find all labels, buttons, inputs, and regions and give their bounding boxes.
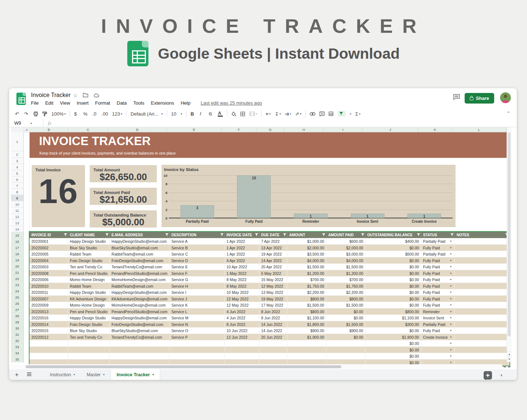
cell-description[interactable]: Service A <box>169 238 224 245</box>
cell-empty[interactable] <box>259 340 287 347</box>
row-header-19[interactable]: 19 <box>11 257 24 263</box>
menu-extensions[interactable]: Extensions <box>151 100 174 106</box>
name-box[interactable]: W9▾ <box>9 121 43 126</box>
cell-description[interactable]: Service N <box>169 321 224 328</box>
cell-client-name[interactable]: Blue Sky Studio <box>68 245 109 251</box>
row-header-9[interactable]: 9 <box>11 195 24 201</box>
total-invoice-card[interactable]: Total Invoice 16 <box>32 165 85 227</box>
cell-e-mail-address[interactable]: HappyDesignStudio@email.com <box>109 238 169 245</box>
row-header-7[interactable]: 7 <box>11 183 24 189</box>
cell-invoice-id[interactable]: 20220015 <box>30 327 68 334</box>
cell-invoice-id[interactable]: 20220003 <box>30 264 68 270</box>
cell-status[interactable]: Reminder▾ <box>421 308 454 315</box>
header-outstanding-balance[interactable]: OUTSTANDING BALANCE <box>365 232 421 238</box>
format-percent-button[interactable]: % <box>83 111 88 117</box>
status-dropdown-caret[interactable]: ▾ <box>450 246 453 249</box>
cell-empty[interactable]: ▾ <box>421 340 454 347</box>
cell-status[interactable]: Fully Paid▾ <box>421 276 454 283</box>
cell-invoice-id[interactable]: 20220012 <box>30 334 68 341</box>
row-header-20[interactable]: 20 <box>11 263 24 269</box>
header-invoice-id[interactable]: INVOICE ID <box>30 232 68 238</box>
star-icon[interactable]: ☆ <box>73 93 78 98</box>
cell-due-date[interactable]: 17 May 2022 <box>259 302 287 308</box>
cell-invoice-id[interactable]: 20220008 <box>30 270 68 277</box>
cell-client-name[interactable]: Pen and Pencil Studio <box>68 270 109 277</box>
scroll-right-arrow[interactable]: ▶ <box>508 365 511 368</box>
filter-button[interactable] <box>338 111 346 117</box>
cell-e-mail-address[interactable]: KKAdventureDesign@email.com <box>109 296 169 302</box>
tab-caret[interactable]: ▾ <box>103 373 105 376</box>
menu-format[interactable]: Format <box>95 100 110 106</box>
row-header-21[interactable]: 21 <box>11 269 24 276</box>
status-dropdown-caret[interactable]: ▾ <box>450 291 453 294</box>
cell-notes[interactable] <box>454 251 509 257</box>
italic-button[interactable]: I <box>199 111 205 117</box>
row-header-23[interactable]: 23 <box>11 282 24 288</box>
cell-status[interactable]: Fully Paid▾ <box>421 264 454 270</box>
cell-notes[interactable] <box>454 308 509 315</box>
filter-icon[interactable] <box>64 233 67 237</box>
cell-client-name[interactable]: Pen and Pencil Studio <box>68 308 109 315</box>
cell-amount[interactable]: $1,800.00 <box>287 321 326 328</box>
header-client-name[interactable]: CLIENT NAME <box>68 232 109 238</box>
cell-invoice-id[interactable]: 20220001 <box>30 238 68 245</box>
cell-invoice-date[interactable]: 1 Apr 2022 <box>224 238 259 245</box>
cell-invoice-date[interactable]: 12 May 2022 <box>224 302 259 308</box>
cell-empty[interactable]: $0.00 <box>365 347 421 353</box>
cell-e-mail-address[interactable]: BlueSkyStudio@email.com <box>109 327 169 334</box>
cell-empty[interactable]: ▾ <box>421 353 454 359</box>
status-dropdown-caret[interactable]: ▾ <box>450 284 453 288</box>
cell-invoice-date[interactable]: 10 May 2022 <box>224 289 259 296</box>
status-dropdown-caret[interactable]: ▾ <box>450 316 453 319</box>
cell-empty[interactable] <box>259 353 287 359</box>
fill-color-button[interactable] <box>231 112 236 116</box>
cell-amount-paid[interactable]: $1,500.00 <box>326 302 365 308</box>
status-dropdown-caret[interactable]: ▾ <box>450 335 453 339</box>
cell-empty[interactable] <box>454 340 509 347</box>
cell-due-date[interactable]: 14 Jun 2022 <box>259 321 287 328</box>
cell-amount[interactable]: $1,750.00 <box>287 283 326 289</box>
column-header-J[interactable]: J <box>363 127 418 132</box>
tab-caret[interactable]: ▾ <box>74 373 75 376</box>
cell-status[interactable]: Fully Paid▾ <box>421 327 454 334</box>
cell-notes[interactable] <box>454 257 509 264</box>
menu-help[interactable]: Help <box>181 100 190 106</box>
header-amount-paid[interactable]: AMOUNT PAID <box>326 232 365 238</box>
column-header-I[interactable]: I <box>323 127 363 132</box>
cell-client-name[interactable]: Foto Design Studio <box>68 321 109 328</box>
cell-empty[interactable] <box>169 347 224 353</box>
cell-empty[interactable] <box>287 347 326 353</box>
cell-notes[interactable] <box>454 289 509 296</box>
column-header-A[interactable]: A <box>24 127 30 132</box>
menu-data[interactable]: Data <box>117 100 127 106</box>
cell-invoice-date[interactable]: 4 Jun 2022 <box>224 315 259 321</box>
cell-empty[interactable] <box>259 347 287 353</box>
last-edit-link[interactable]: Last edit was 25 minutes ago <box>201 100 262 106</box>
cell-amount-paid[interactable]: $2,200.00 <box>326 289 365 296</box>
cell-empty[interactable] <box>30 340 68 347</box>
cell-amount[interactable]: $900.00 <box>287 327 326 334</box>
cell-invoice-id[interactable]: 20220009 <box>30 302 68 308</box>
strikethrough-button[interactable]: S <box>209 111 214 117</box>
cell-status[interactable]: Fully Paid▾ <box>421 289 454 296</box>
row-header-22[interactable]: 22 <box>11 276 24 282</box>
row-header-32[interactable]: 32 <box>11 338 24 344</box>
cell-invoice-id[interactable]: 20220004 <box>30 257 68 264</box>
cell-amount-paid[interactable]: $4,000.00 <box>326 257 365 264</box>
cell-invoice-date[interactable]: 10 Apr 2022 <box>224 264 259 270</box>
cell-e-mail-address[interactable]: TenandTrendyCo@email.com <box>109 334 169 341</box>
cell-due-date[interactable]: 13 May 2022 <box>259 289 287 296</box>
cell-e-mail-address[interactable]: PenandPencilStudio@email.com <box>109 308 169 315</box>
cell-amount[interactable]: $1,500.00 <box>287 302 326 308</box>
header-amount[interactable]: AMOUNT <box>287 232 326 238</box>
status-dropdown-caret[interactable]: ▾ <box>450 342 453 345</box>
row-header-34[interactable]: 34 <box>11 350 24 356</box>
cell-description[interactable]: Service H <box>169 283 224 289</box>
vertical-scrollbar[interactable]: ▲ ▼ <box>507 127 512 362</box>
cell-empty[interactable] <box>224 340 259 347</box>
row-header-6[interactable]: 6 <box>11 176 24 183</box>
undo-button[interactable]: ↶ <box>15 111 20 117</box>
cell-description[interactable]: Service G <box>169 276 224 283</box>
cell-client-name[interactable]: Rabbit Team <box>68 251 109 257</box>
decrease-decimal-button[interactable]: .0 <box>92 111 97 117</box>
